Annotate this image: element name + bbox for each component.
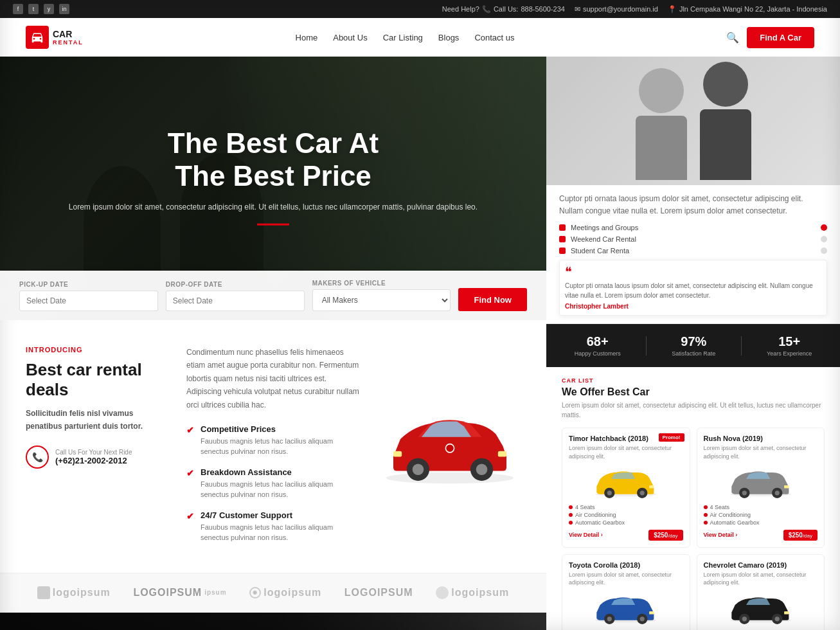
feature-title-3: 24/7 Customer Support bbox=[201, 510, 360, 520]
car-feature-0-1: Air Conditioning bbox=[569, 512, 683, 518]
car-desc-3: Lorem ipsum dolor sit amet, consectetur … bbox=[704, 571, 818, 587]
facebook-icon[interactable]: f bbox=[13, 4, 23, 14]
promo-badge-0: Promo! bbox=[659, 433, 684, 442]
intro-tag: INTRODUCING bbox=[26, 346, 167, 354]
car-card-2: Toyota Corolla (2018) Lorem ipsum dolor … bbox=[562, 554, 690, 630]
feature-check-3: ✔ bbox=[186, 511, 194, 521]
svg-rect-5 bbox=[498, 451, 506, 457]
svg-point-24 bbox=[640, 616, 645, 621]
view-detail-0[interactable]: View Detail › bbox=[569, 532, 603, 538]
main-nav: Home About Us Car Listing Blogs Contact … bbox=[296, 33, 515, 42]
brands-section: logoipsum LOGOIPSUM ipsum ◉ logoipsum LO… bbox=[0, 573, 546, 613]
brand-3: ◉ logoipsum bbox=[249, 587, 321, 598]
dropoff-label: Drop-Off Date bbox=[166, 281, 305, 288]
nav-contact[interactable]: Contact us bbox=[474, 33, 514, 42]
address-info: 📍 Jln Cempaka Wangi No 22, Jakarta - Ind… bbox=[668, 5, 827, 14]
person-1 bbox=[636, 68, 687, 180]
svg-point-7 bbox=[445, 444, 454, 453]
social-icons: f t y in bbox=[13, 4, 69, 14]
car-img-0 bbox=[569, 465, 683, 500]
quote-author: Christopher Lambert bbox=[565, 303, 821, 310]
person-1-body bbox=[636, 116, 687, 180]
car-desc-0: Lorem ipsum dolor sit amet, consectetur … bbox=[569, 444, 683, 460]
youtube-icon[interactable]: y bbox=[44, 4, 54, 14]
makers-select[interactable]: All Makers bbox=[312, 289, 451, 311]
cars-grid: Promo! Timor Hatchback (2018) Lorem ipsu… bbox=[562, 428, 825, 630]
svg-point-28 bbox=[742, 616, 746, 621]
car-img-2 bbox=[569, 591, 683, 626]
hero-divider bbox=[257, 224, 289, 226]
car-footer-0: View Detail › $250/day bbox=[569, 530, 683, 541]
pickup-input[interactable] bbox=[19, 291, 158, 311]
stat-2: 97% Satisfaction Rate bbox=[672, 334, 715, 357]
quote-box-area: ❝ Cuptor pti ornata laous ipsum dolor si… bbox=[559, 260, 827, 316]
brand-4: LOGOIPSUM bbox=[344, 587, 413, 598]
car-name-3: Chevrolet Camaro (2019) bbox=[704, 561, 818, 569]
stat-2-number: 97% bbox=[672, 334, 715, 349]
call-icon: 📞 bbox=[26, 446, 49, 469]
intro-desc: Condimentum nunc phasellus felis himenae… bbox=[186, 346, 360, 411]
feature-content-2: Breakdown Assistance Fauubus magnis letu… bbox=[201, 467, 360, 500]
feature-2: ✔ Breakdown Assistance Fauubus magnis le… bbox=[186, 467, 360, 500]
logo[interactable]: CAR RENTAL bbox=[26, 26, 84, 49]
car-feature-1-2: Automatic Gearbox bbox=[704, 519, 818, 526]
car-footer-1: View Detail › $250/day bbox=[704, 530, 818, 541]
find-now-button[interactable]: Find Now bbox=[458, 288, 527, 311]
car-desc-2: Lorem ipsum dolor sit amet, consectetur … bbox=[569, 571, 683, 587]
bottom-hero: 4.8 (729 Reviews) ★★★★★ Car Rental Servi… bbox=[0, 613, 546, 630]
feature-3: ✔ 24/7 Customer Support Fauubus magnis l… bbox=[186, 510, 360, 543]
search-bar: Pick-Up Date Drop-Off Date Makers of Veh… bbox=[0, 271, 546, 320]
call-details: Call Us For Your Next Ride (+62)21-2002-… bbox=[55, 449, 132, 465]
person-1-avatar bbox=[639, 68, 684, 113]
person-2 bbox=[700, 62, 751, 180]
why-choices-list: Meetings and Groups Weekend Car Rental S… bbox=[559, 224, 827, 255]
car-feature-1-1: Air Conditioning bbox=[704, 512, 818, 518]
car-name-2: Toyota Corolla (2018) bbox=[569, 561, 683, 569]
why-intro-text: Cuptor pti ornata laous ipsum dolor sit … bbox=[559, 193, 827, 217]
logo-text: CAR RENTAL bbox=[53, 29, 84, 46]
stat-3: 15+ Years Experience bbox=[767, 334, 812, 357]
price-1: $250/day bbox=[783, 530, 818, 541]
search-button[interactable]: 🔍 bbox=[726, 32, 739, 44]
twitter-icon[interactable]: t bbox=[28, 4, 39, 14]
email-info: ✉ support@yourdomain.id bbox=[575, 5, 658, 14]
intro-left: INTRODUCING Best car rental deals Sollic… bbox=[26, 346, 167, 554]
feature-desc-3: Fauubus magnis letus hac lacilius aliqua… bbox=[201, 522, 360, 543]
svg-rect-31 bbox=[784, 611, 789, 615]
stat-divider-2 bbox=[741, 336, 742, 356]
why-section-top: Cuptor pti ornata laous ipsum dolor sit … bbox=[546, 185, 840, 324]
svg-rect-19 bbox=[784, 485, 789, 489]
nav-listing[interactable]: Car Listing bbox=[383, 33, 423, 42]
why-radio-1 bbox=[821, 224, 827, 231]
view-detail-1[interactable]: View Detail › bbox=[704, 532, 738, 538]
car-feature-0-0: 4 Seats bbox=[569, 504, 683, 510]
svg-rect-25 bbox=[649, 611, 654, 615]
call-number: (+62)21-2002-2012 bbox=[55, 456, 132, 465]
svg-point-0 bbox=[386, 473, 514, 484]
instagram-icon[interactable]: in bbox=[59, 4, 69, 14]
hero-section: The Best Car At The Best Price Lorem ips… bbox=[0, 57, 546, 320]
feature-content-3: 24/7 Customer Support Fauubus magnis let… bbox=[201, 510, 360, 543]
why-radio-3 bbox=[821, 248, 827, 254]
svg-point-4 bbox=[476, 464, 488, 475]
feature-content-1: Competitive Prices Fauubus magnis letus … bbox=[201, 424, 360, 457]
feature-title-2: Breakdown Assistance bbox=[201, 467, 360, 477]
nav-home[interactable]: Home bbox=[296, 33, 318, 42]
why-choice-icon-3 bbox=[559, 248, 566, 254]
main-wrapper: The Best Car At The Best Price Lorem ips… bbox=[0, 57, 840, 630]
find-car-button[interactable]: Find A Car bbox=[747, 27, 814, 48]
car-list-title: We Offer Best Car bbox=[562, 386, 825, 398]
pickup-label: Pick-Up Date bbox=[19, 281, 158, 288]
svg-rect-13 bbox=[649, 485, 654, 489]
stats-bar: 68+ Happy Customers 97% Satisfaction Rat… bbox=[546, 324, 840, 367]
nav-blogs[interactable]: Blogs bbox=[438, 33, 460, 42]
car-card-0: Promo! Timor Hatchback (2018) Lorem ipsu… bbox=[562, 428, 690, 547]
dropoff-input[interactable] bbox=[166, 291, 305, 311]
nav-about[interactable]: About Us bbox=[333, 33, 367, 42]
nav-actions: 🔍 Find A Car bbox=[726, 27, 814, 48]
person-image-area bbox=[546, 57, 840, 185]
car-feature-0-2: Automatic Gearbox bbox=[569, 519, 683, 526]
quote-box: ❝ Cuptor pti ornata laous ipsum dolor si… bbox=[559, 260, 827, 316]
brand-1: logoipsum bbox=[37, 586, 111, 599]
person-2-body bbox=[700, 109, 751, 180]
